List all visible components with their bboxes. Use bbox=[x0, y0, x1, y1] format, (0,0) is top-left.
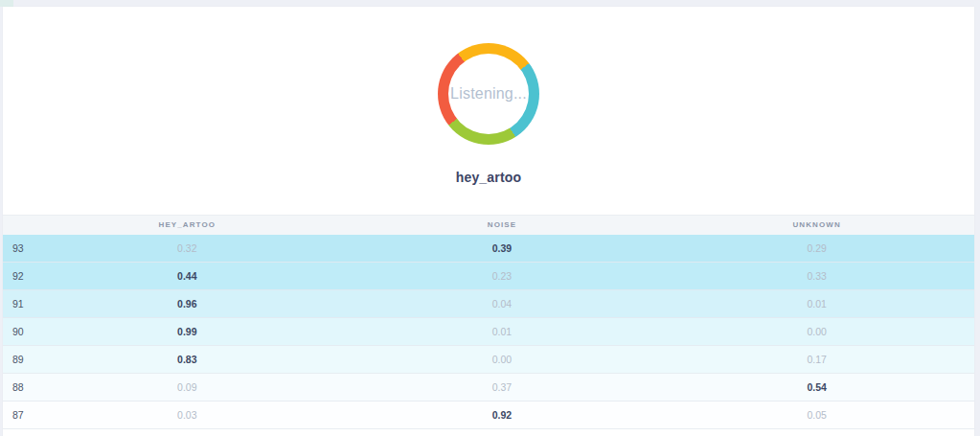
table-row: 87 0.03 0.92 0.05 bbox=[3, 402, 974, 429]
cell-hey-artoo: 0.44 bbox=[30, 263, 345, 290]
cell-unknown: 0.33 bbox=[659, 263, 974, 290]
table-row: 93 0.32 0.39 0.29 bbox=[3, 235, 974, 263]
cell-noise: 0.39 bbox=[345, 235, 660, 263]
cell-noise: 0.01 bbox=[345, 318, 660, 346]
table-row: 90 0.99 0.01 0.00 bbox=[3, 318, 974, 346]
table-row: 86 0.16 0.46 0.38 bbox=[3, 429, 974, 436]
table-row: 88 0.09 0.37 0.54 bbox=[3, 374, 974, 402]
cell-hey-artoo: 0.03 bbox=[30, 402, 345, 429]
row-number: 90 bbox=[3, 318, 30, 346]
row-number: 93 bbox=[3, 235, 30, 263]
table-row: 89 0.83 0.00 0.17 bbox=[3, 346, 974, 374]
row-number: 92 bbox=[3, 263, 30, 290]
cell-unknown: 0.17 bbox=[659, 346, 974, 374]
cell-unknown: 0.05 bbox=[659, 402, 974, 429]
table-header: HEY_ARTOO NOISE UNKNOWN bbox=[3, 216, 974, 235]
table-row: 92 0.44 0.23 0.33 bbox=[3, 263, 974, 290]
cell-unknown: 0.00 bbox=[659, 318, 974, 346]
row-number-column-header bbox=[3, 216, 30, 235]
row-number: 91 bbox=[3, 290, 30, 318]
row-number: 86 bbox=[3, 429, 30, 436]
cell-noise: 0.00 bbox=[345, 346, 660, 374]
cell-unknown: 0.38 bbox=[659, 429, 974, 436]
cell-noise: 0.04 bbox=[345, 290, 660, 318]
listening-donut-indicator: Listening... bbox=[438, 43, 539, 145]
cell-hey-artoo: 0.83 bbox=[30, 346, 345, 374]
wake-word-label: hey_artoo bbox=[456, 170, 522, 185]
row-number: 87 bbox=[3, 402, 30, 429]
cell-hey-artoo: 0.99 bbox=[30, 318, 345, 346]
topbar-accent-segment bbox=[0, 0, 13, 7]
cell-noise: 0.37 bbox=[345, 374, 660, 402]
table-row: 91 0.96 0.04 0.01 bbox=[3, 290, 974, 318]
row-number: 88 bbox=[3, 374, 30, 402]
listening-status-text: Listening... bbox=[450, 85, 527, 103]
cell-unknown: 0.01 bbox=[659, 290, 974, 318]
listening-section: Listening... hey_artoo bbox=[3, 7, 974, 215]
cell-hey-artoo: 0.32 bbox=[30, 235, 345, 263]
cell-hey-artoo: 0.96 bbox=[30, 290, 345, 318]
cell-unknown: 0.29 bbox=[659, 235, 974, 263]
top-bar bbox=[0, 0, 980, 7]
cell-hey-artoo: 0.16 bbox=[30, 429, 345, 436]
cell-unknown: 0.54 bbox=[659, 374, 974, 402]
cell-noise: 0.92 bbox=[345, 402, 660, 429]
column-header-hey-artoo: HEY_ARTOO bbox=[30, 216, 345, 235]
row-number: 89 bbox=[3, 346, 30, 374]
cell-noise: 0.23 bbox=[345, 263, 660, 290]
cell-hey-artoo: 0.09 bbox=[30, 374, 345, 402]
column-header-noise: NOISE bbox=[345, 216, 660, 235]
donut-hole: Listening... bbox=[448, 54, 529, 134]
prediction-table: HEY_ARTOO NOISE UNKNOWN 93 0.32 0.39 0.2… bbox=[3, 215, 974, 436]
column-header-unknown: UNKNOWN bbox=[659, 216, 974, 235]
cell-noise: 0.46 bbox=[345, 429, 660, 436]
main-panel: Listening... hey_artoo HEY_ARTOO NOISE U… bbox=[3, 7, 974, 436]
